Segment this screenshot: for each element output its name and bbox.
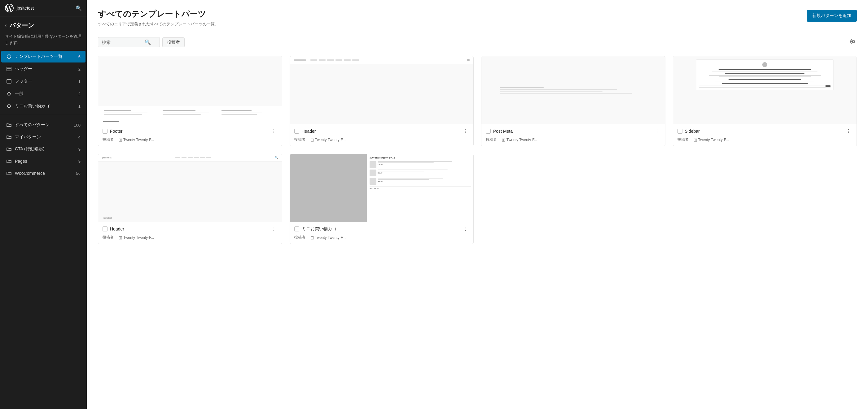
filter-author-button[interactable]: 投稿者 xyxy=(162,37,185,47)
sidebar-item-label: 一般 xyxy=(15,91,24,97)
sidebar-item-count: 9 xyxy=(79,147,81,151)
folder-icon xyxy=(6,134,12,140)
pattern-name: Header xyxy=(302,129,316,134)
main-header: すべてのテンプレートパーツ すべてのエリアで定義されたすべてのテンプレートパーツ… xyxy=(87,0,868,32)
pattern-preview-post-meta xyxy=(482,56,665,124)
pattern-checkbox[interactable] xyxy=(486,129,491,134)
template-icon: ◫ xyxy=(310,235,314,240)
pattern-preview-sidebar xyxy=(673,56,857,124)
sidebar-section-title: パターン xyxy=(9,21,34,30)
pattern-menu-button[interactable]: ⋮ xyxy=(462,225,469,232)
pattern-theme: ◫ Twenty Twenty-F... xyxy=(119,138,154,142)
template-icon: ◫ xyxy=(502,138,505,142)
svg-marker-6 xyxy=(7,104,11,108)
sidebar-item-count: 6 xyxy=(79,55,81,59)
folder-icon xyxy=(6,122,12,128)
pattern-menu-button[interactable]: ⋮ xyxy=(270,225,278,232)
pattern-checkbox[interactable] xyxy=(294,129,299,134)
pattern-theme: ◫ Twenty Twenty-F... xyxy=(310,138,346,142)
search-box[interactable]: 🔍 xyxy=(98,37,160,47)
pattern-name: Sidebar xyxy=(685,129,700,134)
sidebar-item-label: フッター xyxy=(15,78,32,84)
sidebar-item-my-patterns[interactable]: マイパターン 4 xyxy=(1,131,86,143)
pattern-author: 投稿者 xyxy=(102,235,114,240)
sidebar-item-label: ヘッダー xyxy=(15,66,32,72)
mini-cart-diamond-icon xyxy=(6,103,12,109)
sidebar-item-header[interactable]: ヘッダー 2 xyxy=(1,63,86,75)
sidebar-description: サイト編集時に利用可能なパターンを管理します。 xyxy=(0,32,87,50)
sidebar-nav: テンプレートパーツ一覧 6 ヘッダー 2 フッター 1 xyxy=(0,50,87,179)
sidebar-item-woocommerce[interactable]: WooCommerce 56 xyxy=(1,167,86,179)
main-content: すべてのテンプレートパーツ すべてのエリアで定義されたすべてのテンプレートパーツ… xyxy=(87,0,868,409)
footer-layout-icon xyxy=(6,78,12,84)
back-arrow-icon[interactable]: ‹ xyxy=(5,22,7,29)
pattern-menu-button[interactable]: ⋮ xyxy=(270,128,278,135)
sidebar-item-count: 2 xyxy=(79,92,81,96)
sidebar-item-general[interactable]: 一般 2 xyxy=(1,88,86,100)
sidebar-item-label: Pages xyxy=(15,159,27,164)
pattern-name: Footer xyxy=(110,129,122,134)
folder-icon xyxy=(6,159,12,164)
pattern-card-sidebar[interactable]: Sidebar ⋮ 投稿者 ◫ Twenty Twenty-F... xyxy=(673,56,857,146)
sidebar-item-count: 4 xyxy=(79,135,81,139)
sidebar-item-label: マイパターン xyxy=(15,134,41,140)
pattern-author: 投稿者 xyxy=(678,137,689,142)
pattern-name: Header xyxy=(110,227,124,231)
pattern-checkbox[interactable] xyxy=(102,129,107,134)
pattern-checkbox[interactable] xyxy=(102,227,107,231)
sidebar-item-label: テンプレートパーツ一覧 xyxy=(15,54,63,59)
svg-marker-5 xyxy=(7,92,11,96)
sidebar-item-mini-cart[interactable]: ミニお買い物カゴ 1 xyxy=(1,100,86,112)
pattern-card-footer[interactable]: Footer ⋮ 投稿者 ◫ Twenty Twenty-F... xyxy=(98,56,282,146)
sidebar-item-pages[interactable]: Pages 9 xyxy=(1,155,86,167)
pattern-card-post-meta[interactable]: Post Meta ⋮ 投稿者 ◫ Twenty Twenty-F... xyxy=(481,56,665,146)
diamond-icon xyxy=(6,54,12,59)
main-header-text: すべてのテンプレートパーツ すべてのエリアで定義されたすべてのテンプレートパーツ… xyxy=(98,9,219,27)
svg-rect-0 xyxy=(7,55,11,59)
sidebar-item-count: 1 xyxy=(79,104,81,109)
pattern-info-footer: Footer ⋮ xyxy=(98,124,282,136)
pattern-checkbox[interactable] xyxy=(678,129,682,134)
pattern-menu-button[interactable]: ⋮ xyxy=(845,128,852,135)
sidebar-item-template-parts[interactable]: テンプレートパーツ一覧 6 xyxy=(1,51,86,63)
sidebar-item-count: 1 xyxy=(79,79,81,84)
sidebar-item-footer[interactable]: フッター 1 xyxy=(1,75,86,87)
sidebar-item-count: 9 xyxy=(79,159,81,164)
page-title: すべてのテンプレートパーツ xyxy=(98,9,219,20)
pattern-author: 投稿者 xyxy=(294,137,305,142)
general-diamond-icon xyxy=(6,91,12,97)
pattern-preview-footer xyxy=(98,56,282,124)
pattern-name: ミニお買い物カゴ xyxy=(302,226,336,232)
sidebar-item-all-patterns[interactable]: すべてのパターン 100 xyxy=(1,119,86,131)
pattern-menu-button[interactable]: ⋮ xyxy=(462,128,469,135)
sidebar-item-label: すべてのパターン xyxy=(15,122,50,128)
pattern-checkbox[interactable] xyxy=(294,227,299,231)
filter-settings-button[interactable] xyxy=(848,37,857,47)
pattern-theme: ◫ Twenty Twenty-F... xyxy=(502,138,537,142)
pattern-theme: ◫ Twenty Twenty-F... xyxy=(693,138,729,142)
pattern-menu-button[interactable]: ⋮ xyxy=(653,128,661,135)
pattern-card-header[interactable]: Header ⋮ 投稿者 ◫ Twenty Twenty-F... xyxy=(290,56,474,146)
pattern-preview-header2: jpsitetest 🔍 xyxy=(98,154,282,222)
sidebar-item-cta[interactable]: CTA (行動喚起) 9 xyxy=(1,143,86,155)
svg-rect-1 xyxy=(7,67,11,71)
sidebar-item-label: ミニお買い物カゴ xyxy=(15,103,50,109)
svg-point-10 xyxy=(851,40,852,41)
pattern-preview-header xyxy=(290,56,474,124)
sidebar-item-label: WooCommerce xyxy=(15,171,45,176)
pattern-info-header: Header ⋮ xyxy=(290,124,474,136)
pattern-card-header2[interactable]: jpsitetest 🔍 xyxy=(98,154,282,244)
header-layout-icon xyxy=(6,66,12,72)
pattern-info-header2: Header ⋮ xyxy=(98,222,282,234)
add-pattern-button[interactable]: 新規パターンを追加 xyxy=(807,10,857,22)
wordpress-logo-icon xyxy=(5,4,13,12)
pattern-theme: ◫ Twenty Twenty-F... xyxy=(119,235,154,240)
patterns-grid: Footer ⋮ 投稿者 ◫ Twenty Twenty-F... xyxy=(87,51,868,255)
pattern-meta-header: 投稿者 ◫ Twenty Twenty-F... xyxy=(290,136,474,146)
search-icon[interactable]: 🔍 xyxy=(75,5,82,11)
search-input[interactable] xyxy=(102,40,142,45)
svg-point-12 xyxy=(851,42,852,43)
site-name: jpsitetest xyxy=(17,6,34,10)
pattern-card-mini-cart[interactable]: お買い物カゴ (3個のアイテム) $20.00 xyxy=(290,154,474,244)
pattern-author: 投稿者 xyxy=(486,137,497,142)
